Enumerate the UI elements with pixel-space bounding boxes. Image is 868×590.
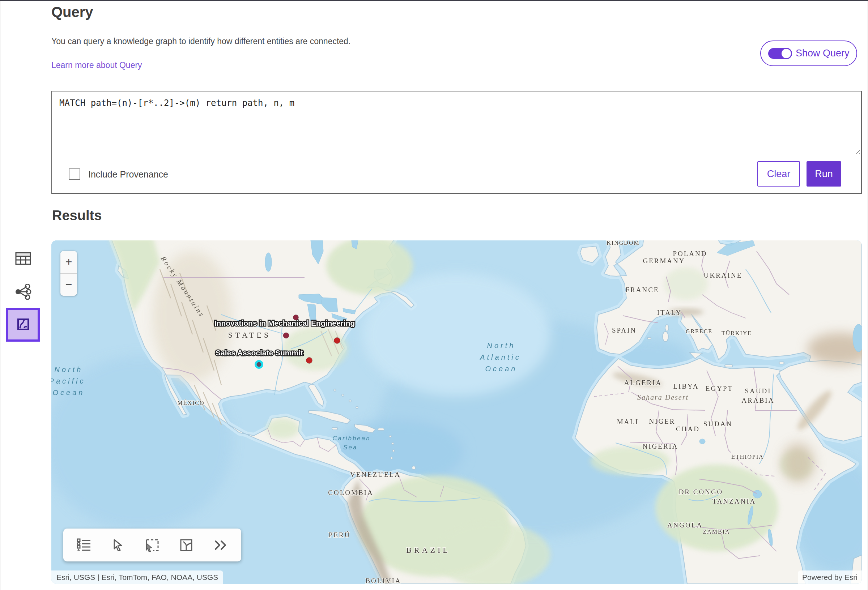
map-label-north-pacific-2: Pacific <box>52 377 86 385</box>
query-panel: MATCH path=(n)-[r*..2]->(m) return path,… <box>52 91 862 194</box>
knowledge-query-page: Query You can query a knowledge graph to… <box>0 0 868 590</box>
map-label-niger: NIGER <box>649 417 675 425</box>
map-label-chad: CHAD <box>676 425 700 433</box>
map-label-angola: ANGOLA <box>667 521 703 529</box>
result-marker[interactable] <box>306 357 313 364</box>
map-label-italy: ITALY <box>657 309 682 316</box>
lasso-select-icon[interactable] <box>178 537 194 553</box>
map-label-ukraine: UKRAINE <box>704 271 743 279</box>
result-marker[interactable] <box>293 315 299 320</box>
sidebar-item-map-view[interactable] <box>6 308 40 342</box>
run-button[interactable]: Run <box>806 161 841 187</box>
map-label-sahara: Sahara Desert <box>637 393 689 401</box>
map-label-tanzania: TANZANIA <box>713 497 756 505</box>
map-label-libya: LIBYA <box>673 382 699 390</box>
map-label-north-pacific-3: Ocean <box>53 389 85 397</box>
result-marker[interactable] <box>334 338 340 344</box>
result-marker[interactable] <box>283 333 289 338</box>
map-label-turkiye: TÜRKIYE <box>722 330 752 336</box>
map-label-bolivia: BOLIVIA <box>365 577 401 584</box>
map-label-ethiopia: ETHIOPIA <box>731 454 764 460</box>
show-query-label: Show Query <box>796 48 850 59</box>
result-marker-selected[interactable] <box>255 360 263 369</box>
map-label-north-atlantic-3: Ocean <box>486 365 518 373</box>
clear-button[interactable]: Clear <box>757 161 800 187</box>
map-label-north-atlantic-1: North <box>487 342 516 350</box>
include-provenance-checkbox[interactable] <box>69 168 80 180</box>
expand-icon[interactable] <box>213 537 229 553</box>
map-label-greece: GREECE <box>686 328 713 335</box>
map-label-north-pacific-1: North <box>55 366 83 373</box>
map-label-zambia: ZAMBIA <box>703 528 730 535</box>
powered-by-esri: Powered by Esri <box>798 571 862 584</box>
map-label-mexico: MÉXICO <box>177 400 204 406</box>
query-panel-footer: Include Provenance <box>52 155 861 193</box>
map-label-mali: MALI <box>617 418 639 425</box>
query-description: You can query a knowledge graph to ident… <box>52 37 350 46</box>
marker-label-innovations: Innovations in Mechanical Engineering <box>214 319 355 327</box>
include-provenance-label: Include Provenance <box>88 169 168 180</box>
map-label-nigeria: NIGERIA <box>642 442 678 450</box>
show-query-toggle[interactable]: Show Query <box>760 40 857 66</box>
query-input[interactable]: MATCH path=(n)-[r*..2]->(m) return path,… <box>52 91 861 155</box>
map-label-sudan: SUDAN <box>703 420 732 428</box>
map-label-egypt: EGYPT <box>706 385 733 392</box>
results-title: Results <box>52 208 102 223</box>
map-label-kingdom: KINGDOM <box>607 240 639 246</box>
zoom-out-button[interactable]: − <box>61 274 77 296</box>
map-label-algeria: ALGERIA <box>624 379 662 386</box>
sidebar-item-table-view[interactable] <box>14 250 32 267</box>
map-toolbar <box>63 528 241 562</box>
legend-icon[interactable] <box>76 537 92 553</box>
link-chart-icon <box>15 284 31 300</box>
map-label-spain: SPAIN <box>612 326 636 334</box>
map-label-states: STATES <box>228 330 271 339</box>
cursor-icon[interactable] <box>110 537 126 553</box>
map-label-arabia: ARABIA <box>742 397 775 404</box>
zoom-in-button[interactable]: + <box>61 251 77 273</box>
map-label-caribbean-2: Sea <box>343 444 357 451</box>
map-view-icon <box>17 318 29 332</box>
map-label-peru: PERÚ <box>329 531 351 539</box>
map-zoom-control: + − <box>61 251 77 296</box>
map-label-france: FRANCE <box>626 286 659 294</box>
map-label-poland: POLAND <box>673 250 707 257</box>
toggle-switch-icon <box>768 48 791 59</box>
map-label-germany: GERMANY <box>643 257 685 265</box>
map-label-venezuela: VENEZUELA <box>350 471 401 478</box>
sidebar-item-link-chart-view[interactable] <box>14 283 32 301</box>
map-label-saudi: SAUDI <box>745 387 771 395</box>
page-title: Query <box>52 4 93 20</box>
map-label-brazil: BRAZIL <box>406 546 450 555</box>
map-attribution: Esri, USGS | Esri, TomTom, FAO, NOAA, US… <box>52 571 223 584</box>
table-icon <box>15 252 31 265</box>
map-label-colombia: COLOMBIA <box>328 489 373 496</box>
map-label-dr-congo: DR CONGO <box>679 488 723 496</box>
select-rectangle-icon[interactable] <box>144 537 160 553</box>
results-map[interactable]: Rocky Mountains North Pacific Ocean Nort… <box>52 240 862 584</box>
map-label-north-atlantic-2: Atlantic <box>480 353 521 361</box>
marker-label-sales: Sales Associate Summit <box>216 348 303 357</box>
learn-more-link[interactable]: Learn more about Query <box>52 60 142 70</box>
map-label-caribbean-1: Caribbean <box>332 435 371 442</box>
